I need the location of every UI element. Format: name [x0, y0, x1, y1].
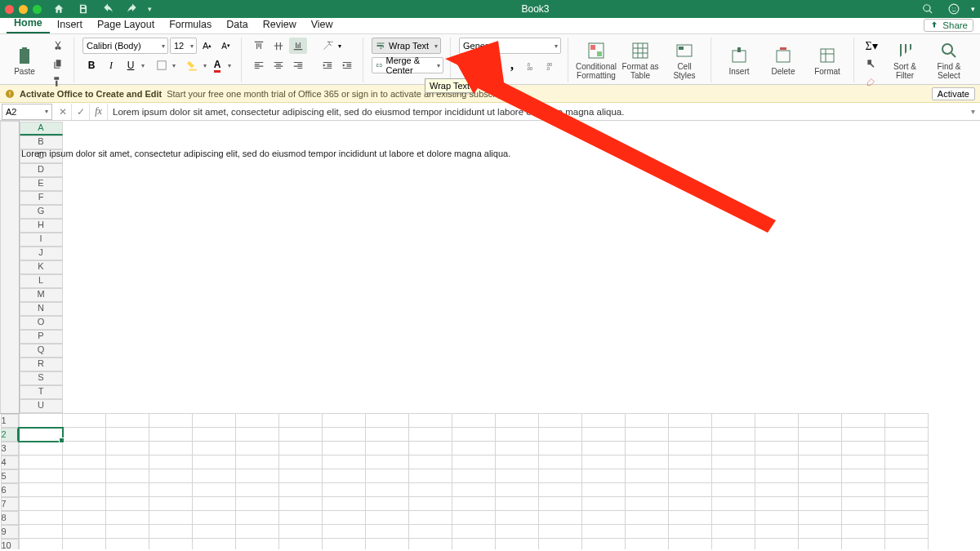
cell-N9[interactable] [582, 525, 626, 539]
cell-Q1[interactable] [712, 413, 755, 428]
cell-G7[interactable] [279, 497, 323, 511]
col-header-A[interactable]: A [20, 122, 63, 136]
cell-D6[interactable] [149, 483, 193, 497]
cell-styles-button[interactable]: Cell Styles [665, 38, 704, 83]
cell-R5[interactable] [755, 469, 799, 483]
align-left-icon[interactable] [250, 57, 268, 73]
tab-home[interactable]: Home [7, 15, 50, 33]
cell-O2[interactable] [626, 428, 669, 442]
row-header-7[interactable]: 7 [1, 497, 19, 511]
cell-Q2[interactable] [712, 428, 755, 442]
close-window-icon[interactable] [5, 5, 14, 14]
cell-O9[interactable] [626, 525, 669, 539]
cell-Q8[interactable] [712, 511, 755, 525]
col-header-R[interactable]: R [20, 358, 63, 371]
cell-S7[interactable] [799, 497, 842, 511]
cell-I1[interactable] [366, 413, 409, 428]
fill-icon[interactable] [862, 56, 880, 72]
cell-H10[interactable] [323, 539, 366, 550]
cell-M2[interactable] [539, 428, 582, 442]
cell-Q9[interactable] [712, 525, 755, 539]
font-size-select[interactable]: 12 [170, 38, 197, 54]
cell-P10[interactable] [669, 539, 712, 550]
cell-B9[interactable] [63, 525, 106, 539]
expand-formula-icon[interactable]: ▾ [965, 107, 980, 116]
cell-G9[interactable] [279, 525, 323, 539]
select-all-corner[interactable] [1, 122, 20, 414]
row-header-6[interactable]: 6 [1, 483, 19, 497]
account-icon[interactable] [945, 1, 963, 17]
fill-more-icon[interactable]: ▾ [203, 62, 207, 69]
cell-C1[interactable] [106, 413, 149, 428]
cell-B7[interactable] [63, 497, 106, 511]
cell-T1[interactable] [842, 413, 885, 428]
cell-C2[interactable] [106, 428, 149, 442]
underline-more-icon[interactable]: ▾ [141, 62, 145, 69]
save-icon[interactable] [74, 1, 92, 17]
cell-T3[interactable] [842, 442, 885, 455]
cell-S6[interactable] [799, 483, 842, 497]
cell-R7[interactable] [755, 497, 799, 511]
cell-F5[interactable] [236, 469, 279, 483]
cell-O6[interactable] [626, 483, 669, 497]
tab-data[interactable]: Data [219, 16, 255, 33]
cell-O4[interactable] [626, 455, 669, 469]
font-name-select[interactable]: Calibri (Body) [82, 38, 168, 54]
copy-icon[interactable] [49, 56, 67, 72]
align-middle-icon[interactable] [270, 38, 287, 54]
increase-indent-icon[interactable] [338, 57, 356, 73]
align-center-icon[interactable] [270, 57, 287, 73]
currency-more-icon[interactable]: ▾ [479, 62, 482, 69]
cell-A10[interactable] [19, 539, 63, 550]
row-header-9[interactable]: 9 [1, 525, 19, 539]
cell-A8[interactable] [19, 511, 63, 525]
cell-J1[interactable] [409, 413, 452, 428]
currency-icon[interactable]: $ [459, 57, 477, 73]
cell-K10[interactable] [452, 539, 496, 550]
cell-L5[interactable] [496, 469, 539, 483]
cell-S9[interactable] [799, 525, 842, 539]
fill-color-icon[interactable] [184, 57, 202, 73]
cell-O5[interactable] [626, 469, 669, 483]
cell-Q10[interactable] [712, 539, 755, 550]
sort-filter-button[interactable]: Sort & Filter [885, 38, 924, 83]
cell-A1[interactable] [19, 413, 63, 428]
cell-N5[interactable] [582, 469, 626, 483]
cell-S2[interactable] [799, 428, 842, 442]
maximize-window-icon[interactable] [33, 5, 42, 14]
cell-T10[interactable] [842, 539, 885, 550]
cell-E7[interactable] [193, 497, 236, 511]
merge-center-button[interactable]: Merge & Center [372, 57, 443, 73]
cell-B6[interactable] [63, 483, 106, 497]
cell-J2[interactable] [409, 428, 452, 442]
formula-input[interactable]: Lorem ipsum dolor sit amet, consectetur … [108, 107, 965, 117]
cell-F2[interactable] [236, 428, 279, 442]
cell-K9[interactable] [452, 525, 496, 539]
cell-O1[interactable] [626, 413, 669, 428]
col-header-M[interactable]: M [20, 288, 63, 302]
col-header-F[interactable]: F [20, 191, 63, 205]
cell-N3[interactable] [582, 442, 626, 455]
cell-F4[interactable] [236, 455, 279, 469]
minimize-window-icon[interactable] [19, 5, 28, 14]
cell-P6[interactable] [669, 483, 712, 497]
cell-R6[interactable] [755, 483, 799, 497]
cell-M9[interactable] [539, 525, 582, 539]
cell-M1[interactable] [539, 413, 582, 428]
cell-J10[interactable] [409, 539, 452, 550]
cell-T5[interactable] [842, 469, 885, 483]
increase-decimal-icon[interactable]: .0.00 [523, 57, 541, 73]
cell-G8[interactable] [279, 511, 323, 525]
cell-G3[interactable] [279, 442, 323, 455]
cell-F7[interactable] [236, 497, 279, 511]
cell-S3[interactable] [799, 442, 842, 455]
cell-P8[interactable] [669, 511, 712, 525]
cell-E9[interactable] [193, 525, 236, 539]
cell-S8[interactable] [799, 511, 842, 525]
cell-R8[interactable] [755, 511, 799, 525]
cell-F3[interactable] [236, 442, 279, 455]
cell-J3[interactable] [409, 442, 452, 455]
cell-C9[interactable] [106, 525, 149, 539]
cell-B3[interactable] [63, 442, 106, 455]
cell-Q5[interactable] [712, 469, 755, 483]
